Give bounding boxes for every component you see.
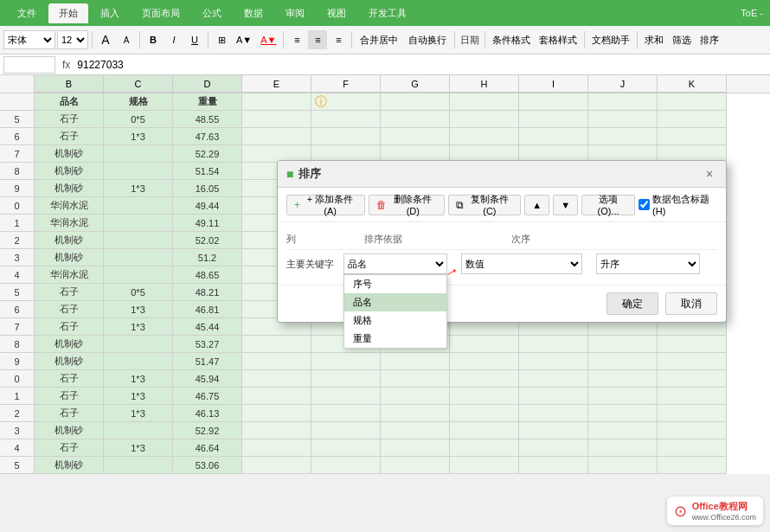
col-dropdown-menu[interactable]: 序号 品名 规格 重量 xyxy=(343,274,447,349)
wrap-btn[interactable]: 自动换行 xyxy=(404,30,451,49)
dropdown-item-zhongliang[interactable]: 重量 xyxy=(344,330,446,348)
col-header-g[interactable]: G xyxy=(381,75,450,93)
cell-h-13[interactable] xyxy=(450,336,519,353)
cell-c-7[interactable] xyxy=(104,232,173,249)
col-header-i[interactable]: I xyxy=(519,75,588,93)
cell-e-13[interactable] xyxy=(242,336,311,353)
cell-h-14[interactable] xyxy=(450,353,519,370)
decrease-font-btn[interactable]: A xyxy=(117,30,136,49)
col-select[interactable]: 品名 序号 规格 重量 xyxy=(343,253,447,274)
cell-i-13[interactable] xyxy=(519,336,588,353)
cell-k-16[interactable] xyxy=(658,388,727,405)
cell-j-0[interactable] xyxy=(588,111,658,128)
cell-b-8[interactable]: 机制砂 xyxy=(35,249,104,266)
cell-g-16[interactable] xyxy=(381,388,450,405)
cell-b-6[interactable]: 华润水泥 xyxy=(35,215,104,232)
align-left-btn[interactable]: ≡ xyxy=(287,30,306,49)
cell-k-18[interactable] xyxy=(658,422,727,439)
cell-j-13[interactable] xyxy=(588,336,658,353)
cell-i-17[interactable] xyxy=(519,405,588,422)
cell-g-19[interactable] xyxy=(381,439,450,457)
cell-b-15[interactable]: 石子 xyxy=(35,370,104,388)
cell-g-18[interactable] xyxy=(381,422,450,439)
ok-btn[interactable]: 确定 xyxy=(606,292,658,315)
cell-b-7[interactable]: 机制砂 xyxy=(35,232,104,249)
cell-f-15[interactable] xyxy=(311,370,381,388)
col-header-b[interactable]: B xyxy=(35,75,104,93)
cell-k-1[interactable] xyxy=(658,128,727,145)
cell-i-19[interactable] xyxy=(519,439,588,457)
cell-d-20[interactable]: 53.06 xyxy=(173,457,242,474)
italic-btn[interactable]: I xyxy=(164,30,183,49)
cell-e-18[interactable] xyxy=(242,422,311,439)
cell-d-9[interactable]: 48.65 xyxy=(173,266,242,284)
bold-btn[interactable]: B xyxy=(144,30,163,49)
merge-btn[interactable]: 合并居中 xyxy=(356,30,402,49)
cell-k-14[interactable] xyxy=(658,353,727,370)
cell-d-0[interactable]: 48.55 xyxy=(173,111,242,128)
tab-dev[interactable]: 开发工具 xyxy=(358,3,417,23)
cell-d-header[interactable]: 重量 xyxy=(173,93,242,111)
col-header-e[interactable]: E xyxy=(242,75,311,93)
cell-k-17[interactable] xyxy=(658,405,727,422)
cell-g-15[interactable] xyxy=(381,370,450,388)
delete-condition-btn[interactable]: 🗑 删除条件(D) xyxy=(369,195,444,215)
cell-d-1[interactable]: 47.63 xyxy=(173,128,242,145)
cell-f-18[interactable] xyxy=(311,422,381,439)
cell-d-15[interactable]: 45.94 xyxy=(173,370,242,388)
align-right-btn[interactable]: ≡ xyxy=(329,30,348,49)
col-header-d[interactable]: D xyxy=(173,75,242,93)
cell-c-8[interactable] xyxy=(104,249,173,266)
increase-font-btn[interactable]: A xyxy=(96,30,115,49)
cell-f-1[interactable] xyxy=(311,128,381,145)
tab-review[interactable]: 审阅 xyxy=(275,3,315,23)
cell-f-0[interactable] xyxy=(311,111,381,128)
cell-d-2[interactable]: 52.29 xyxy=(173,145,242,163)
fill-color-btn[interactable]: A▼ xyxy=(233,30,255,49)
cell-b-19[interactable]: 石子 xyxy=(35,439,104,457)
cell-d-18[interactable]: 52.92 xyxy=(173,422,242,439)
header-checkbox[interactable] xyxy=(638,199,650,210)
cell-i-15[interactable] xyxy=(519,370,588,388)
cell-g-17[interactable] xyxy=(381,405,450,422)
tab-start[interactable]: 开始 xyxy=(48,3,88,23)
cell-c-19[interactable]: 1*3 xyxy=(104,439,173,457)
cell-i-14[interactable] xyxy=(519,353,588,370)
tab-file[interactable]: 文件 xyxy=(7,3,47,23)
cell-f-16[interactable] xyxy=(311,388,381,405)
cell-c-9[interactable] xyxy=(104,266,173,284)
cell-c-17[interactable]: 1*3 xyxy=(104,405,173,422)
cell-d-17[interactable]: 46.13 xyxy=(173,405,242,422)
cell-d-14[interactable]: 51.47 xyxy=(173,353,242,370)
move-up-btn[interactable]: ▲ xyxy=(524,195,549,215)
col-header-j[interactable]: J xyxy=(588,75,658,93)
cell-c-15[interactable]: 1*3 xyxy=(104,370,173,388)
cell-h-17[interactable] xyxy=(450,405,519,422)
cell-d-12[interactable]: 45.44 xyxy=(173,318,242,336)
cell-b-11[interactable]: 石子 xyxy=(35,301,104,318)
header-checkbox-label[interactable]: 数据包含标题(H) xyxy=(638,193,717,216)
cell-k-0[interactable] xyxy=(658,111,727,128)
filter-btn[interactable]: 筛选 xyxy=(669,30,695,49)
cell-i-header[interactable] xyxy=(519,93,588,111)
dropdown-item-guige[interactable]: 规格 xyxy=(344,311,446,330)
cell-e-1[interactable] xyxy=(242,128,311,145)
cell-c-3[interactable] xyxy=(104,163,173,180)
cell-b-16[interactable]: 石子 xyxy=(35,388,104,405)
cell-f-17[interactable] xyxy=(311,405,381,422)
cell-c-16[interactable]: 1*3 xyxy=(104,388,173,405)
cell-c-4[interactable]: 1*3 xyxy=(104,180,173,197)
cell-c-0[interactable]: 0*5 xyxy=(104,111,173,128)
cell-d-8[interactable]: 51.2 xyxy=(173,249,242,266)
order-select[interactable]: 升序 降序 xyxy=(596,253,700,274)
table-style-btn[interactable]: 套格样式 xyxy=(536,30,581,49)
col-header-h[interactable]: H xyxy=(450,75,519,93)
cell-k-13[interactable] xyxy=(658,336,727,353)
cell-d-16[interactable]: 46.75 xyxy=(173,388,242,405)
cell-d-6[interactable]: 49.11 xyxy=(173,215,242,232)
cell-i-20[interactable] xyxy=(519,457,588,474)
sum-btn[interactable]: 求和 xyxy=(641,30,667,49)
cell-b-0[interactable]: 石子 xyxy=(35,111,104,128)
cell-e-header[interactable] xyxy=(242,93,311,111)
col-header-f[interactable]: F xyxy=(311,75,381,93)
